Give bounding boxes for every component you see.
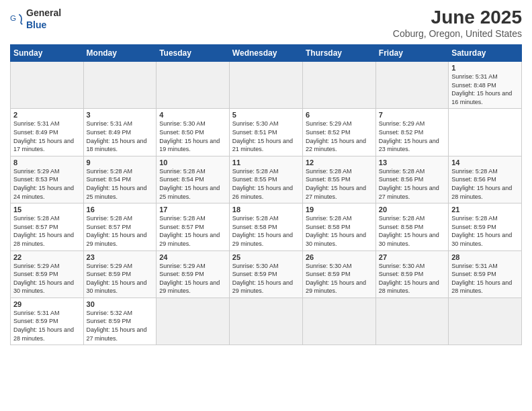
day-info: Sunrise: 5:29 AMSunset: 8:59 PMDaylight:… [159, 262, 226, 295]
table-row: 7Sunrise: 5:29 AMSunset: 8:52 PMDaylight… [375, 109, 448, 156]
table-row: 11Sunrise: 5:28 AMSunset: 8:55 PMDayligh… [229, 156, 302, 203]
day-info: Sunrise: 5:30 AMSunset: 8:50 PMDaylight:… [159, 120, 226, 153]
col-friday: Friday [375, 45, 448, 62]
subtitle: Coburg, Oregon, United States [393, 28, 522, 39]
logo-blue: Blue [26, 19, 46, 30]
day-info: Sunrise: 5:28 AMSunset: 8:58 PMDaylight:… [306, 214, 373, 248]
day-info: Sunrise: 5:29 AMSunset: 8:59 PMDaylight:… [13, 262, 81, 295]
table-row: 21Sunrise: 5:28 AMSunset: 8:59 PMDayligh… [449, 203, 522, 250]
table-row: 5Sunrise: 5:30 AMSunset: 8:51 PMDaylight… [229, 109, 302, 156]
day-number: 23 [87, 253, 154, 261]
col-tuesday: Tuesday [157, 45, 230, 62]
day-info: Sunrise: 5:28 AMSunset: 8:55 PMDaylight:… [306, 167, 373, 201]
day-number: 4 [159, 111, 226, 119]
day-info: Sunrise: 5:29 AMSunset: 8:52 PMDaylight:… [306, 120, 373, 153]
table-row: 19Sunrise: 5:28 AMSunset: 8:58 PMDayligh… [302, 203, 375, 250]
week-row-5: 29Sunrise: 5:31 AMSunset: 8:59 PMDayligh… [11, 298, 522, 345]
day-info: Sunrise: 5:31 AMSunset: 8:59 PMDaylight:… [13, 309, 81, 342]
day-info: Sunrise: 5:30 AMSunset: 8:59 PMDaylight:… [232, 262, 300, 295]
table-row: 27Sunrise: 5:30 AMSunset: 8:59 PMDayligh… [375, 250, 448, 298]
table-row: 24Sunrise: 5:29 AMSunset: 8:59 PMDayligh… [157, 250, 230, 298]
title-area: June 2025 Coburg, Oregon, United States [393, 7, 522, 39]
main-title: June 2025 [393, 7, 522, 28]
day-info: Sunrise: 5:28 AMSunset: 8:55 PMDaylight:… [232, 167, 300, 201]
table-row [83, 62, 157, 109]
day-number: 7 [379, 111, 445, 119]
table-row: 9Sunrise: 5:28 AMSunset: 8:54 PMDaylight… [83, 156, 157, 203]
table-row: 22Sunrise: 5:29 AMSunset: 8:59 PMDayligh… [11, 250, 84, 298]
day-number: 29 [13, 300, 81, 308]
day-number: 8 [13, 158, 81, 167]
day-info: Sunrise: 5:28 AMSunset: 8:57 PMDaylight:… [13, 214, 81, 248]
day-info: Sunrise: 5:28 AMSunset: 8:54 PMDaylight:… [87, 167, 154, 201]
table-row: 14Sunrise: 5:28 AMSunset: 8:56 PMDayligh… [449, 156, 522, 203]
table-row: 4Sunrise: 5:30 AMSunset: 8:50 PMDaylight… [157, 109, 230, 156]
table-row: 15Sunrise: 5:28 AMSunset: 8:57 PMDayligh… [11, 203, 84, 250]
table-row: 26Sunrise: 5:30 AMSunset: 8:59 PMDayligh… [302, 250, 375, 298]
day-number: 9 [87, 158, 154, 167]
day-number: 11 [232, 158, 300, 167]
col-wednesday: Wednesday [229, 45, 302, 62]
day-number: 18 [232, 205, 300, 214]
table-row [157, 62, 230, 109]
week-row-2: 8Sunrise: 5:29 AMSunset: 8:53 PMDaylight… [11, 156, 522, 203]
week-row-4: 22Sunrise: 5:29 AMSunset: 8:59 PMDayligh… [11, 250, 522, 298]
logo: G General Blue [10, 7, 61, 31]
table-row [157, 298, 230, 345]
page: G General Blue June 2025 Coburg, Oregon,… [0, 0, 532, 411]
day-number: 1 [451, 64, 519, 72]
day-info: Sunrise: 5:30 AMSunset: 8:59 PMDaylight:… [306, 262, 373, 295]
col-saturday: Saturday [449, 45, 522, 62]
day-info: Sunrise: 5:28 AMSunset: 8:57 PMDaylight:… [159, 214, 226, 248]
day-number: 25 [232, 253, 300, 261]
day-info: Sunrise: 5:28 AMSunset: 8:59 PMDaylight:… [451, 214, 519, 248]
day-info: Sunrise: 5:28 AMSunset: 8:56 PMDaylight:… [451, 167, 519, 201]
table-row: 20Sunrise: 5:28 AMSunset: 8:58 PMDayligh… [375, 203, 448, 250]
day-number: 6 [306, 111, 373, 119]
day-number: 19 [306, 205, 373, 214]
logo-general: General [26, 7, 61, 18]
day-number: 14 [451, 158, 519, 167]
day-number: 27 [379, 253, 445, 261]
header: G General Blue June 2025 Coburg, Oregon,… [10, 7, 522, 39]
table-row: 17Sunrise: 5:28 AMSunset: 8:57 PMDayligh… [157, 203, 230, 250]
day-info: Sunrise: 5:29 AMSunset: 8:59 PMDaylight:… [87, 262, 154, 295]
table-row [375, 298, 448, 345]
day-info: Sunrise: 5:28 AMSunset: 8:57 PMDaylight:… [87, 214, 154, 248]
table-row [11, 62, 84, 109]
day-number: 15 [13, 205, 81, 214]
day-info: Sunrise: 5:30 AMSunset: 8:51 PMDaylight:… [232, 120, 300, 153]
col-thursday: Thursday [302, 45, 375, 62]
table-row [302, 298, 375, 345]
table-row: 25Sunrise: 5:30 AMSunset: 8:59 PMDayligh… [229, 250, 302, 298]
day-number: 30 [87, 300, 154, 308]
day-info: Sunrise: 5:32 AMSunset: 8:59 PMDaylight:… [87, 309, 154, 342]
table-row [229, 298, 302, 345]
day-number: 5 [232, 111, 300, 119]
logo-icon: G [10, 12, 24, 26]
table-row: 12Sunrise: 5:28 AMSunset: 8:55 PMDayligh… [302, 156, 375, 203]
day-info: Sunrise: 5:28 AMSunset: 8:58 PMDaylight:… [232, 214, 300, 248]
table-row: 28Sunrise: 5:31 AMSunset: 8:59 PMDayligh… [449, 250, 522, 298]
day-info: Sunrise: 5:31 AMSunset: 8:48 PMDaylight:… [451, 73, 519, 106]
table-row: 2Sunrise: 5:31 AMSunset: 8:49 PMDaylight… [11, 109, 84, 156]
day-number: 28 [451, 253, 519, 261]
day-number: 16 [87, 205, 154, 214]
table-row: 6Sunrise: 5:29 AMSunset: 8:52 PMDaylight… [302, 109, 375, 156]
day-info: Sunrise: 5:28 AMSunset: 8:56 PMDaylight:… [379, 167, 445, 201]
day-number: 21 [451, 205, 519, 214]
table-row: 18Sunrise: 5:28 AMSunset: 8:58 PMDayligh… [229, 203, 302, 250]
day-number: 24 [159, 253, 226, 261]
table-row [229, 62, 302, 109]
day-number: 22 [13, 253, 81, 261]
day-info: Sunrise: 5:28 AMSunset: 8:58 PMDaylight:… [379, 214, 445, 248]
day-info: Sunrise: 5:28 AMSunset: 8:54 PMDaylight:… [159, 167, 226, 201]
table-row: 16Sunrise: 5:28 AMSunset: 8:57 PMDayligh… [83, 203, 157, 250]
week-row-0: 1Sunrise: 5:31 AMSunset: 8:48 PMDaylight… [11, 62, 522, 109]
table-row: 30Sunrise: 5:32 AMSunset: 8:59 PMDayligh… [83, 298, 157, 345]
week-row-1: 2Sunrise: 5:31 AMSunset: 8:49 PMDaylight… [11, 109, 522, 156]
table-row [375, 62, 448, 109]
calendar-header-row: Sunday Monday Tuesday Wednesday Thursday… [11, 45, 522, 62]
col-monday: Monday [83, 45, 157, 62]
table-row: 23Sunrise: 5:29 AMSunset: 8:59 PMDayligh… [83, 250, 157, 298]
